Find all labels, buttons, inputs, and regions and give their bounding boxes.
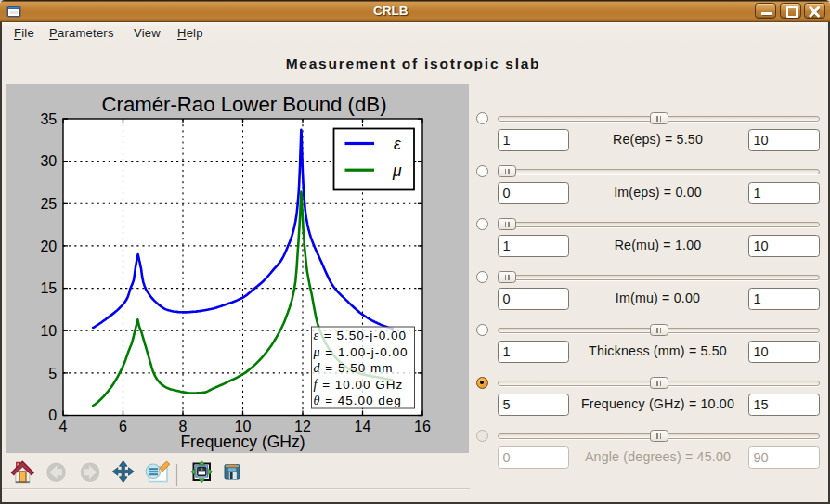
svg-text:ε = 5.50-j-0.00: ε = 5.50-j-0.00	[314, 329, 407, 342]
svg-text:25: 25	[40, 196, 57, 212]
svg-text:ε: ε	[394, 135, 401, 153]
svg-text:8: 8	[179, 419, 188, 434]
svg-text:5: 5	[48, 366, 57, 381]
svg-text:Cramér-Rao Lower Bound (dB): Cramér-Rao Lower Bound (dB)	[101, 93, 386, 116]
svg-text:20: 20	[40, 239, 57, 254]
svg-text:μ: μ	[392, 162, 402, 180]
svg-text:15: 15	[40, 280, 57, 296]
svg-text:6: 6	[119, 419, 127, 434]
svg-text:Frequency (GHz): Frequency (GHz)	[180, 433, 305, 451]
svg-text:10: 10	[235, 419, 252, 434]
svg-text:14: 14	[355, 419, 371, 434]
svg-text:μ = 1.00-j-0.00: μ = 1.00-j-0.00	[313, 345, 409, 359]
svg-text:10: 10	[40, 323, 57, 339]
svg-text:d = 5.50 mm: d = 5.50 mm	[314, 361, 394, 375]
svg-text:4: 4	[59, 419, 68, 434]
svg-text:35: 35	[40, 111, 57, 127]
svg-text:f = 10.00 GHz: f = 10.00 GHz	[314, 378, 404, 392]
svg-text:30: 30	[40, 153, 57, 169]
svg-text:16: 16	[414, 419, 431, 434]
svg-text:12: 12	[294, 419, 311, 434]
svg-text:θ = 45.00 deg: θ = 45.00 deg	[314, 394, 402, 407]
svg-text:0: 0	[48, 407, 57, 423]
